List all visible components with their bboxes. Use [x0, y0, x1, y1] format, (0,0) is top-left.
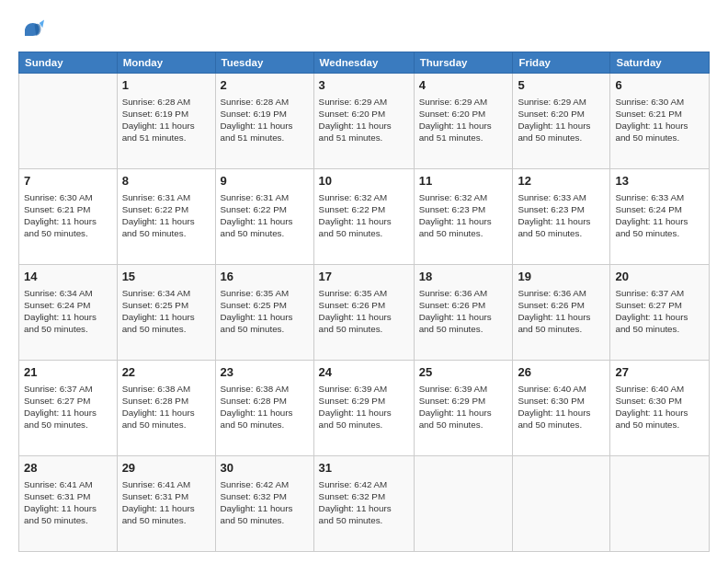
- calendar-cell: 25Sunrise: 6:39 AM Sunset: 6:29 PM Dayli…: [414, 361, 513, 456]
- header-cell-sunday: Sunday: [19, 52, 118, 74]
- day-number: 16: [221, 269, 309, 285]
- calendar-table: SundayMondayTuesdayWednesdayThursdayFrid…: [18, 52, 710, 552]
- calendar-cell: 21Sunrise: 6:37 AM Sunset: 6:27 PM Dayli…: [19, 361, 118, 456]
- day-info: Sunrise: 6:34 AM Sunset: 6:24 PM Dayligh…: [24, 287, 112, 336]
- day-info: Sunrise: 6:31 AM Sunset: 6:22 PM Dayligh…: [122, 191, 210, 240]
- day-number: 29: [122, 460, 210, 477]
- day-number: 5: [518, 77, 605, 94]
- day-info: Sunrise: 6:37 AM Sunset: 6:27 PM Dayligh…: [24, 383, 112, 431]
- logo-icon: [18, 17, 44, 42]
- day-info: Sunrise: 6:33 AM Sunset: 6:24 PM Dayligh…: [615, 191, 704, 240]
- calendar-cell: 13Sunrise: 6:33 AM Sunset: 6:24 PM Dayli…: [610, 169, 710, 265]
- day-info: Sunrise: 6:30 AM Sunset: 6:21 PM Dayligh…: [615, 96, 704, 144]
- day-number: 27: [615, 364, 704, 381]
- day-number: 31: [319, 460, 409, 477]
- calendar-cell: 11Sunrise: 6:32 AM Sunset: 6:23 PM Dayli…: [414, 169, 513, 265]
- day-number: 19: [518, 269, 605, 285]
- calendar-cell: [19, 74, 118, 169]
- day-info: Sunrise: 6:38 AM Sunset: 6:28 PM Dayligh…: [221, 383, 309, 431]
- day-info: Sunrise: 6:41 AM Sunset: 6:31 PM Dayligh…: [24, 478, 112, 527]
- calendar-cell: 14Sunrise: 6:34 AM Sunset: 6:24 PM Dayli…: [19, 265, 118, 361]
- calendar-cell: [513, 456, 610, 552]
- day-number: 18: [419, 269, 508, 285]
- calendar-cell: 28Sunrise: 6:41 AM Sunset: 6:31 PM Dayli…: [19, 456, 118, 552]
- calendar-cell: 26Sunrise: 6:40 AM Sunset: 6:30 PM Dayli…: [513, 361, 610, 456]
- day-info: Sunrise: 6:30 AM Sunset: 6:21 PM Dayligh…: [24, 191, 112, 240]
- header-row: SundayMondayTuesdayWednesdayThursdayFrid…: [19, 52, 710, 74]
- calendar-cell: 18Sunrise: 6:36 AM Sunset: 6:26 PM Dayli…: [414, 265, 513, 361]
- day-info: Sunrise: 6:37 AM Sunset: 6:27 PM Dayligh…: [615, 287, 704, 336]
- header: [18, 17, 710, 42]
- day-info: Sunrise: 6:29 AM Sunset: 6:20 PM Dayligh…: [419, 96, 508, 144]
- header-cell-tuesday: Tuesday: [215, 52, 313, 74]
- day-number: 9: [221, 173, 309, 190]
- calendar-cell: 19Sunrise: 6:36 AM Sunset: 6:26 PM Dayli…: [513, 265, 610, 361]
- day-number: 24: [319, 364, 409, 381]
- day-number: 20: [615, 269, 704, 285]
- header-cell-thursday: Thursday: [414, 52, 513, 74]
- day-info: Sunrise: 6:34 AM Sunset: 6:25 PM Dayligh…: [122, 287, 210, 336]
- day-number: 6: [615, 77, 704, 94]
- day-number: 25: [419, 364, 508, 381]
- calendar-cell: 24Sunrise: 6:39 AM Sunset: 6:29 PM Dayli…: [313, 361, 414, 456]
- logo: [18, 17, 48, 42]
- day-info: Sunrise: 6:28 AM Sunset: 6:19 PM Dayligh…: [221, 96, 309, 144]
- calendar-cell: 15Sunrise: 6:34 AM Sunset: 6:25 PM Dayli…: [117, 265, 215, 361]
- calendar-cell: 12Sunrise: 6:33 AM Sunset: 6:23 PM Dayli…: [513, 169, 610, 265]
- calendar-cell: 17Sunrise: 6:35 AM Sunset: 6:26 PM Dayli…: [313, 265, 414, 361]
- page: SundayMondayTuesdayWednesdayThursdayFrid…: [0, 0, 728, 563]
- day-number: 4: [419, 77, 508, 94]
- day-info: Sunrise: 6:29 AM Sunset: 6:20 PM Dayligh…: [518, 96, 605, 144]
- day-number: 13: [615, 173, 704, 190]
- day-number: 23: [221, 364, 309, 381]
- day-info: Sunrise: 6:29 AM Sunset: 6:20 PM Dayligh…: [319, 96, 409, 144]
- calendar-cell: [610, 456, 710, 552]
- calendar-cell: 7Sunrise: 6:30 AM Sunset: 6:21 PM Daylig…: [19, 169, 118, 265]
- day-info: Sunrise: 6:39 AM Sunset: 6:29 PM Dayligh…: [419, 383, 508, 431]
- calendar-cell: 8Sunrise: 6:31 AM Sunset: 6:22 PM Daylig…: [117, 169, 215, 265]
- day-info: Sunrise: 6:35 AM Sunset: 6:25 PM Dayligh…: [221, 287, 309, 336]
- day-info: Sunrise: 6:41 AM Sunset: 6:31 PM Dayligh…: [122, 478, 210, 527]
- calendar-cell: 10Sunrise: 6:32 AM Sunset: 6:22 PM Dayli…: [313, 169, 414, 265]
- header-cell-monday: Monday: [117, 52, 215, 74]
- day-info: Sunrise: 6:36 AM Sunset: 6:26 PM Dayligh…: [419, 287, 508, 336]
- week-row-2: 14Sunrise: 6:34 AM Sunset: 6:24 PM Dayli…: [19, 265, 710, 361]
- day-number: 2: [221, 77, 309, 94]
- week-row-1: 7Sunrise: 6:30 AM Sunset: 6:21 PM Daylig…: [19, 169, 710, 265]
- day-info: Sunrise: 6:40 AM Sunset: 6:30 PM Dayligh…: [518, 383, 605, 431]
- calendar-cell: 30Sunrise: 6:42 AM Sunset: 6:32 PM Dayli…: [215, 456, 313, 552]
- calendar-cell: [414, 456, 513, 552]
- day-number: 30: [221, 460, 309, 477]
- day-number: 21: [24, 364, 112, 381]
- day-info: Sunrise: 6:35 AM Sunset: 6:26 PM Dayligh…: [319, 287, 409, 336]
- day-info: Sunrise: 6:42 AM Sunset: 6:32 PM Dayligh…: [319, 478, 409, 527]
- header-cell-saturday: Saturday: [610, 52, 710, 74]
- day-number: 8: [122, 173, 210, 190]
- day-number: 22: [122, 364, 210, 381]
- calendar-cell: 1Sunrise: 6:28 AM Sunset: 6:19 PM Daylig…: [117, 74, 215, 169]
- calendar-cell: 23Sunrise: 6:38 AM Sunset: 6:28 PM Dayli…: [215, 361, 313, 456]
- calendar-cell: 4Sunrise: 6:29 AM Sunset: 6:20 PM Daylig…: [414, 74, 513, 169]
- calendar-cell: 27Sunrise: 6:40 AM Sunset: 6:30 PM Dayli…: [610, 361, 710, 456]
- day-number: 14: [24, 269, 112, 285]
- day-number: 17: [319, 269, 409, 285]
- day-number: 15: [122, 269, 210, 285]
- day-info: Sunrise: 6:38 AM Sunset: 6:28 PM Dayligh…: [122, 383, 210, 431]
- day-info: Sunrise: 6:32 AM Sunset: 6:22 PM Dayligh…: [319, 191, 409, 240]
- calendar-cell: 2Sunrise: 6:28 AM Sunset: 6:19 PM Daylig…: [215, 74, 313, 169]
- day-number: 3: [319, 77, 409, 94]
- day-info: Sunrise: 6:32 AM Sunset: 6:23 PM Dayligh…: [419, 191, 508, 240]
- calendar-cell: 20Sunrise: 6:37 AM Sunset: 6:27 PM Dayli…: [610, 265, 710, 361]
- day-number: 11: [419, 173, 508, 190]
- day-number: 7: [24, 173, 112, 190]
- calendar-cell: 3Sunrise: 6:29 AM Sunset: 6:20 PM Daylig…: [313, 74, 414, 169]
- day-number: 1: [122, 77, 210, 94]
- calendar-cell: 31Sunrise: 6:42 AM Sunset: 6:32 PM Dayli…: [313, 456, 414, 552]
- week-row-4: 28Sunrise: 6:41 AM Sunset: 6:31 PM Dayli…: [19, 456, 710, 552]
- calendar-cell: 29Sunrise: 6:41 AM Sunset: 6:31 PM Dayli…: [117, 456, 215, 552]
- week-row-0: 1Sunrise: 6:28 AM Sunset: 6:19 PM Daylig…: [19, 74, 710, 169]
- day-number: 12: [518, 173, 605, 190]
- calendar-cell: 6Sunrise: 6:30 AM Sunset: 6:21 PM Daylig…: [610, 74, 710, 169]
- day-info: Sunrise: 6:33 AM Sunset: 6:23 PM Dayligh…: [518, 191, 605, 240]
- day-info: Sunrise: 6:40 AM Sunset: 6:30 PM Dayligh…: [615, 383, 704, 431]
